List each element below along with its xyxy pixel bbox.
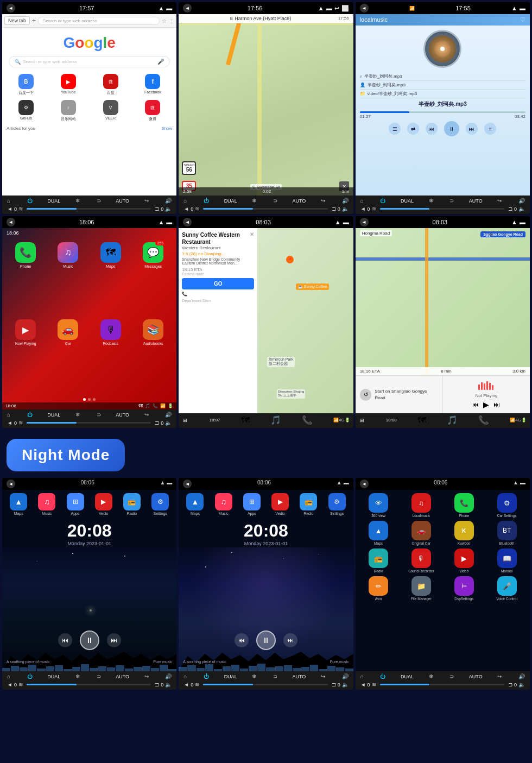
grid-soundrecorder[interactable]: 🎙 Sound Recorder — [401, 548, 441, 573]
night-music-2[interactable]: ♫ Music — [215, 493, 232, 515]
night-pause-1[interactable]: ⏸ — [80, 630, 99, 650]
grid-phone[interactable]: 📞 Phone — [444, 493, 484, 518]
vol-btn[interactable]: 🔊 — [163, 197, 173, 204]
night-radio-1[interactable]: 📻 Radio — [123, 493, 141, 515]
grid-360view[interactable]: 👁 360 view — [359, 493, 398, 518]
shortcut-github[interactable]: ⚙ GitHub — [7, 100, 46, 122]
back-btn-3[interactable]: ◄ — [360, 4, 369, 12]
night-radio-2[interactable]: 📻 Radio — [300, 493, 317, 515]
fan-mode-btn[interactable]: ↪ — [143, 197, 150, 204]
back-btn-6[interactable]: ◄ — [360, 218, 369, 226]
browser-tab[interactable]: New tab — [4, 16, 30, 25]
temp-slider-4[interactable] — [27, 422, 151, 424]
go-button[interactable]: GO — [182, 278, 254, 289]
app-messages[interactable]: 💬 259 Messages — [134, 242, 172, 315]
shortcut-weibo[interactable]: 微 百度 — [91, 74, 130, 96]
temp-slider-n2[interactable] — [203, 684, 327, 685]
temp-slider-2[interactable] — [203, 208, 327, 210]
phone-icon-poi[interactable]: 📞 — [182, 292, 187, 297]
night-video-1[interactable]: ▶ Vedio — [95, 493, 112, 515]
seat-btn[interactable]: ⊐ — [153, 205, 161, 212]
url-bar[interactable]: Search or type web address — [38, 17, 160, 25]
night-maps-1[interactable]: ▲ Maps — [10, 493, 27, 515]
app-podcasts[interactable]: 🎙 Podcasts — [92, 319, 130, 392]
eq-btn[interactable]: ≡ — [484, 123, 496, 135]
power-btn-2[interactable]: ⏻ — [202, 197, 211, 204]
grid-voicecontrol[interactable]: 🎤 Voice Control — [487, 576, 527, 601]
shortcut-veer[interactable]: V VEER — [91, 100, 130, 122]
back-btn-2[interactable]: ◄ — [183, 4, 192, 12]
poi-close-btn[interactable]: ✕ — [250, 231, 254, 237]
grid-maps[interactable]: ▲ Maps — [359, 521, 398, 545]
app-maps[interactable]: 🗺 Maps — [92, 242, 130, 315]
night-pause-2[interactable]: ⏸ — [256, 630, 276, 650]
back-btn-n3[interactable]: ◄ — [360, 480, 369, 488]
app-nowplaying[interactable]: ▶ Now Playing — [7, 319, 45, 392]
night-prev-2[interactable]: ⏮ — [235, 633, 249, 647]
grid-radio[interactable]: 📻 Radio — [359, 548, 398, 573]
dot-3[interactable] — [93, 398, 96, 401]
app-music[interactable]: ♫ Music — [49, 242, 87, 315]
nav-next-btn[interactable]: ⏭ — [493, 401, 500, 408]
shortcut-baidu[interactable]: B 百度一下 — [7, 74, 46, 96]
home-btn[interactable]: ⌂ — [5, 197, 12, 204]
grid-avin[interactable]: ✏ Avin — [359, 576, 398, 601]
night-apps-icon-2[interactable]: ⊞ Apps — [243, 493, 261, 515]
temp-slider-3[interactable] — [380, 208, 504, 210]
grid-originalcar[interactable]: 🚗 Original Car — [401, 521, 441, 545]
shortcut-facebook[interactable]: f Facebook — [133, 74, 172, 96]
shortcut-weibo2[interactable]: 微 微博 — [133, 100, 172, 122]
night-video-2[interactable]: ▶ Vedio — [271, 493, 289, 515]
night-settings-1[interactable]: ⚙ Settings — [151, 493, 169, 515]
app-phone[interactable]: 📞 Phone — [7, 242, 45, 315]
playlist-item-2[interactable]: 👤 半壶纱_刘珂矣.mp3 — [360, 81, 525, 90]
grid-icon[interactable]: ⊞ — [182, 417, 188, 424]
home-btn-2[interactable]: ⌂ — [182, 197, 188, 204]
grid-manual[interactable]: 📖 Manual — [487, 548, 527, 573]
grid-localmusic[interactable]: ♫ Localmusic — [401, 493, 441, 518]
home-btn-3[interactable]: ⌂ — [359, 197, 365, 204]
music-progress-bar[interactable] — [360, 111, 525, 113]
back-btn-5[interactable]: ◄ — [183, 218, 192, 226]
night-maps-2[interactable]: ▲ Maps — [186, 493, 204, 515]
back-btn-4[interactable]: ◄ — [7, 218, 15, 226]
nav-prev-btn[interactable]: ⏮ — [472, 401, 479, 408]
grid-icon-6[interactable]: ⊞ — [359, 417, 365, 424]
next-btn[interactable]: ⏭ — [466, 123, 478, 135]
app-audiobooks[interactable]: 📚 Audiobooks — [134, 319, 172, 392]
night-prev-1[interactable]: ⏮ — [58, 633, 72, 647]
dot-1[interactable] — [83, 398, 86, 401]
night-apps-icon-1[interactable]: ⊞ Apps — [67, 493, 84, 515]
home-btn-n1[interactable]: ⌂ — [5, 673, 12, 680]
home-btn-n3[interactable]: ⌂ — [359, 673, 365, 680]
back-ctrl-btn[interactable]: ◄ — [5, 205, 14, 212]
night-next-1[interactable]: ⏭ — [107, 633, 121, 647]
mic-icon[interactable]: 🎤 — [157, 59, 164, 65]
grid-filemanager[interactable]: 📁 File Manager — [401, 576, 441, 601]
shuffle-btn[interactable]: ⇄ — [407, 123, 419, 135]
night-music-1[interactable]: ♫ Music — [38, 493, 55, 515]
pause-btn[interactable]: ⏸ — [444, 121, 459, 136]
nav-play-btn[interactable]: ▶ — [483, 400, 489, 409]
temp-slider[interactable] — [27, 208, 151, 210]
back-btn-1[interactable]: ◄ — [7, 4, 15, 12]
grid-dspsettings[interactable]: ⊨ DspSettings — [444, 576, 484, 601]
shortcut-music[interactable]: ♪ 音乐网站 — [49, 100, 88, 122]
menu-icon[interactable]: ⋮ — [169, 18, 174, 24]
night-settings-2[interactable]: ⚙ Settings — [328, 493, 346, 515]
vol-down-btn[interactable]: 🔈 — [163, 205, 173, 212]
playlist-item-1[interactable]: ♪ 半壶纱_刘珂矣.mp3 — [360, 72, 525, 81]
back-btn-n1[interactable]: ◄ — [7, 480, 15, 488]
power-btn[interactable]: ⏻ — [26, 197, 34, 204]
home-btn-4[interactable]: ⌂ — [5, 411, 12, 418]
temp-slider-n3[interactable] — [380, 684, 504, 685]
music-heart-icon[interactable]: ♡ — [520, 16, 525, 23]
link-btn[interactable]: ⊃ — [95, 197, 103, 204]
playlist-btn[interactable]: ☰ — [389, 123, 401, 135]
grid-video[interactable]: ▶ Video — [444, 548, 484, 573]
playlist-item-3[interactable]: 📁 video/半壶纱_刘珂矣.mp3 — [360, 90, 525, 98]
shortcut-youtube[interactable]: ▶ YouTube — [49, 74, 88, 96]
grid-bluetooth[interactable]: BT Bluetooth — [487, 521, 527, 545]
grid-kuwooo[interactable]: K Kuwooo — [444, 521, 484, 545]
fan-btn[interactable]: ≋ — [17, 205, 24, 212]
